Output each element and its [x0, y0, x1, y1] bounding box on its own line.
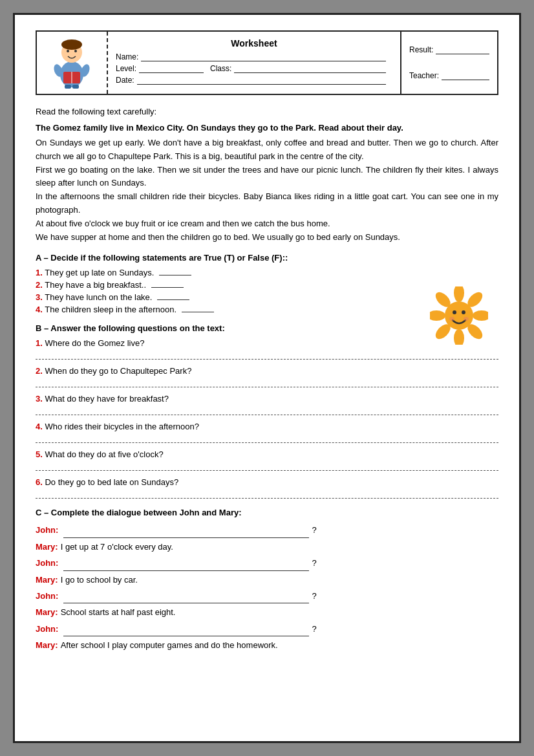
- list-item: 4. The children sleep in the afternoon.: [36, 305, 498, 314]
- svg-point-2: [61, 39, 82, 50]
- sun-decoration: [430, 286, 488, 347]
- level-label: Level:: [116, 64, 136, 73]
- svg-point-11: [454, 286, 464, 302]
- section-b-header: B – Answer the following questions on th…: [36, 323, 498, 333]
- result-label: Result:: [409, 45, 433, 54]
- list-item: 2. When do they go to Chapultepec Park?: [36, 366, 498, 387]
- dialogue: John: ? Mary: I get up at 7 o'clock ever…: [36, 523, 498, 653]
- name-row: Name:: [116, 52, 392, 61]
- dialogue-row-4: Mary: I go to school by car.: [36, 572, 498, 587]
- section-a-header: A – Decide if the following statements a…: [36, 253, 498, 263]
- reading-body: On Sundays we get up early. We don't hav…: [36, 136, 498, 244]
- list-item: 6. Do they go to bed late on Sundays?: [36, 477, 498, 499]
- name-field[interactable]: [141, 52, 386, 61]
- worksheet-page: Worksheet Name: Level: Class: Date: Resu…: [13, 13, 521, 743]
- svg-point-3: [67, 50, 69, 52]
- dialogue-row-7: John: ?: [36, 621, 498, 636]
- list-item: 4. Who rides their bicycles in the after…: [36, 422, 498, 443]
- mary-text-2: I go to school by car.: [61, 572, 138, 587]
- answer-line-6[interactable]: [36, 488, 498, 499]
- kid-avatar: [48, 37, 96, 89]
- worksheet-title: Worksheet: [116, 38, 392, 49]
- avatar-container: [37, 32, 108, 94]
- sun-icon: [430, 286, 488, 345]
- answer-line-2[interactable]: [36, 377, 498, 387]
- mary-text-3: School starts at half past eight.: [61, 605, 176, 620]
- list-item: 3. What do they have for breakfast?: [36, 394, 498, 415]
- section-c-header: C – Complete the dialogue between John a…: [36, 508, 498, 517]
- list-item: 2. They have a big breakfast..: [36, 280, 498, 290]
- svg-point-4: [74, 50, 77, 52]
- mary-label-3: Mary:: [36, 605, 58, 620]
- level-field[interactable]: [139, 64, 204, 73]
- answer-line-4[interactable]: [36, 433, 498, 443]
- mary-label-2: Mary:: [36, 572, 58, 587]
- dialogue-row-5: John: ?: [36, 589, 498, 603]
- reading-title: The Gomez family live in Mexico City. On…: [36, 123, 498, 133]
- dialogue-row-6: Mary: School starts at half past eight.: [36, 605, 498, 620]
- date-row: Date:: [116, 76, 392, 85]
- date-field[interactable]: [137, 76, 386, 85]
- list-item: 1. They get up late on Sundays.: [36, 268, 498, 277]
- mary-label-4: Mary:: [36, 638, 58, 653]
- level-class-row: Level: Class:: [116, 64, 392, 73]
- svg-point-19: [445, 301, 473, 330]
- result-field[interactable]: [436, 45, 489, 54]
- dialogue-row-3: John: ?: [36, 556, 498, 570]
- svg-rect-10: [72, 85, 79, 89]
- header: Worksheet Name: Level: Class: Date: Resu…: [36, 30, 498, 95]
- svg-point-15: [454, 329, 464, 345]
- svg-point-13: [473, 310, 488, 321]
- dialogue-row-8: Mary: After school I play computer games…: [36, 638, 498, 653]
- john-label-2: John:: [36, 556, 58, 570]
- svg-point-17: [430, 310, 445, 321]
- tf-blank-3[interactable]: [157, 299, 189, 300]
- svg-point-23: [464, 317, 469, 321]
- header-result: Result: Teacher:: [400, 32, 497, 94]
- svg-point-21: [462, 310, 465, 314]
- date-label: Date:: [116, 76, 134, 85]
- answer-line-3[interactable]: [36, 405, 498, 415]
- svg-point-22: [449, 317, 454, 321]
- list-item: 3. They have lunch on the lake.: [36, 292, 498, 302]
- john-blank-3[interactable]: [63, 603, 309, 603]
- tf-blank-2[interactable]: [151, 287, 184, 288]
- tf-blank-4[interactable]: [182, 312, 214, 312]
- john-blank-1[interactable]: [63, 537, 309, 538]
- john-blank-4[interactable]: [63, 636, 309, 636]
- instruction: Read the following text carefully:: [36, 107, 498, 116]
- teacher-row: Teacher:: [409, 71, 489, 80]
- teacher-label: Teacher:: [409, 71, 439, 80]
- john-blank-2[interactable]: [63, 570, 309, 571]
- teacher-field[interactable]: [442, 71, 489, 80]
- tf-list: 1. They get up late on Sundays. 2. They …: [36, 268, 498, 314]
- answer-line-1[interactable]: [36, 349, 498, 360]
- mary-label-1: Mary:: [36, 539, 58, 554]
- class-label: Class:: [210, 64, 231, 73]
- john-label-4: John:: [36, 621, 58, 636]
- dialogue-row-2: Mary: I get up at 7 o'clock every day.: [36, 539, 498, 554]
- mary-text-1: I get up at 7 o'clock every day.: [61, 539, 173, 554]
- mary-text-4: After school I play computer games and d…: [61, 638, 278, 653]
- answer-line-5[interactable]: [36, 460, 498, 471]
- name-label: Name:: [116, 52, 138, 61]
- list-item: 5. What do they do at five o'clock?: [36, 449, 498, 471]
- question-list: 1. Where do the Gomez live? 2. When do t…: [36, 338, 498, 499]
- svg-rect-9: [65, 85, 71, 89]
- john-label-1: John:: [36, 523, 58, 537]
- dialogue-row-1: John: ?: [36, 523, 498, 537]
- header-center: Worksheet Name: Level: Class: Date:: [108, 32, 400, 94]
- class-field[interactable]: [234, 64, 386, 73]
- svg-point-20: [453, 310, 456, 314]
- tf-blank-1[interactable]: [159, 275, 191, 275]
- result-row: Result:: [409, 45, 489, 54]
- john-label-3: John:: [36, 589, 58, 603]
- list-item: 1. Where do the Gomez live?: [36, 338, 498, 360]
